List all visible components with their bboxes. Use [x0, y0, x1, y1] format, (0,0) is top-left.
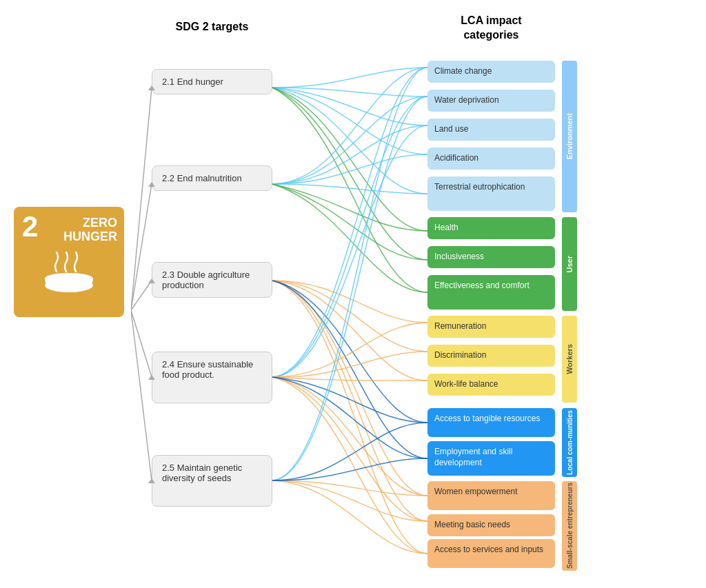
lca-employment: Employment and skill development: [427, 441, 555, 476]
sdg-number: 2: [22, 212, 38, 241]
lca-categories-header: LCA impactcategories: [427, 14, 555, 43]
lca-women: Women empowerment: [427, 481, 555, 510]
side-label-environment: Environment: [562, 61, 577, 212]
bowl-icon: [41, 247, 97, 298]
lca-acidification: Acidification: [427, 148, 555, 170]
lca-access-tangible: Access to tangible resources: [427, 408, 555, 437]
sdg-targets-header: SDG 2 targets: [152, 21, 272, 33]
target-3: 2.3 Double agriculture production: [152, 262, 272, 298]
lca-health: Health: [427, 217, 555, 239]
lca-effectiveness: Effectiveness and comfort: [427, 275, 555, 310]
side-label-workers: Workers: [562, 316, 577, 403]
lca-water-deprivation: Water deprivation: [427, 90, 555, 112]
side-label-local: Local com-munities: [562, 408, 577, 477]
svg-point-1: [45, 273, 93, 284]
lca-discrimination: Discrimination: [427, 345, 555, 367]
target-5: 2.5 Maintain genetic diversity of seeds: [152, 455, 272, 507]
lca-climate-change: Climate change: [427, 61, 555, 83]
lca-land-use: Land use: [427, 119, 555, 141]
side-label-small: Small-scale entrepreneurs: [562, 481, 577, 571]
lca-work-life: Work-life balance: [427, 374, 555, 396]
side-label-user: User: [562, 217, 577, 311]
lca-inclusiveness: Inclusiveness: [427, 246, 555, 268]
target-2: 2.2 End malnutrition: [152, 165, 272, 191]
sdg-icon: 2 ZEROHUNGER: [14, 207, 124, 317]
main-container: 2 ZEROHUNGER SDG 2 targets LCA impactcat…: [0, 0, 706, 588]
sdg-title: ZEROHUNGER: [63, 216, 117, 244]
lca-access-services: Access to services and inputs: [427, 539, 555, 568]
lca-terrestrial: Terrestrial eutrophication: [427, 176, 555, 211]
lca-meeting-basic: Meeting basic needs: [427, 514, 555, 536]
target-4: 2.4 Ensure sustainable food product.: [152, 352, 272, 403]
lca-remuneration: Remuneration: [427, 316, 555, 338]
target-1: 2.1 End hunger: [152, 69, 272, 94]
